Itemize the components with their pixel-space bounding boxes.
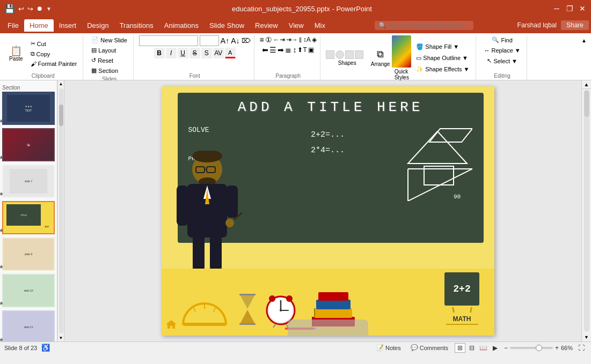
shapes-button[interactable]: Shapes (338, 60, 356, 66)
align-left-button[interactable]: ⬅ (262, 46, 268, 54)
notes-button[interactable]: 📝 Notes (373, 344, 404, 352)
increase-font-button[interactable]: A↑ (221, 36, 229, 45)
panel-scroll-down[interactable]: ▼ (58, 335, 64, 341)
justify-button[interactable]: ≣ (285, 46, 291, 54)
customize-icon[interactable]: ▼ (46, 6, 52, 12)
menu-file[interactable]: File (2, 19, 24, 32)
menu-insert[interactable]: Insert (54, 19, 82, 32)
slide-thumb-6[interactable]: 📚 6 ★ (2, 128, 55, 161)
text-columns-button[interactable]: ⫿ (299, 36, 302, 43)
select-button[interactable]: ↖ Select ▼ (484, 56, 520, 65)
copy-button[interactable]: ⧉ Copy (28, 49, 80, 58)
undo-icon[interactable]: ↩ (18, 5, 24, 13)
comments-button[interactable]: 💬 Comments (407, 344, 451, 352)
strikethrough-button[interactable]: S (189, 48, 200, 58)
align-center-button[interactable]: ☰ (269, 46, 276, 54)
cut-button[interactable]: ✂ Cut (28, 39, 80, 48)
menu-view[interactable]: View (283, 19, 309, 32)
quick-styles-button[interactable]: QuickStyles (395, 69, 409, 80)
view-icons: ⊞ ⊟ 📖 ▶ (455, 343, 501, 353)
font-color-button[interactable]: A (225, 48, 236, 58)
zoom-slider[interactable] (510, 347, 553, 349)
close-button[interactable]: ✕ (578, 4, 587, 13)
zoom-in-button[interactable]: + (555, 344, 559, 352)
slide-thumb-7[interactable]: slide 7 7 ★ (2, 165, 55, 198)
section-button[interactable]: ▦ Section (89, 66, 121, 75)
menu-mix[interactable]: Mix (309, 19, 331, 32)
underline-button[interactable]: U (178, 48, 188, 58)
fit-to-window-button[interactable]: ⛶ (576, 343, 587, 353)
paste-button[interactable]: 📋 Paste (6, 44, 26, 63)
numbered-list-button[interactable]: ① (265, 35, 272, 44)
decrease-indent-button[interactable]: ←⇥ (273, 36, 285, 43)
text-direction-button[interactable]: ↕A (303, 36, 311, 43)
shape-effects-button[interactable]: ✨ Shape Effects ▼ (413, 65, 472, 74)
share-button[interactable]: Share (561, 20, 589, 30)
quick-styles-box (392, 35, 411, 68)
zoom-level[interactable]: 66% (561, 345, 573, 351)
shape-outline-button[interactable]: ▭ Shape Outline ▼ (413, 54, 472, 63)
align-right-button[interactable]: ➡ (278, 46, 284, 54)
slide-panel-scrollbar[interactable]: ▲ ▼ (57, 80, 64, 341)
save-icon[interactable]: 💾 (4, 4, 15, 14)
align-middle-button[interactable]: ▣ (308, 46, 314, 54)
shape-fill-button[interactable]: 🪣 Shape Fill ▼ (413, 42, 472, 51)
slide-thumb-5[interactable]: ■ ■ ■ TEXT 5 ★ (2, 92, 55, 125)
canvas-scroll-down-arrow[interactable]: ▼ (582, 333, 590, 341)
align-top-button[interactable]: ⬆T (297, 46, 307, 54)
svg-marker-50 (166, 320, 177, 329)
new-slide-button[interactable]: 📄 New Slide (89, 35, 130, 44)
zoom-out-button[interactable]: − (504, 344, 508, 352)
panel-scroll-up[interactable]: ▲ (58, 80, 64, 87)
bullets-button[interactable]: ≡ (260, 35, 264, 44)
format-painter-button[interactable]: 🖌 Format Painter (28, 60, 80, 68)
record-icon[interactable]: ⏺ (37, 5, 43, 12)
reset-icon: ↺ (91, 57, 96, 64)
svg-rect-44 (318, 292, 348, 301)
minimize-button[interactable]: ─ (552, 4, 561, 13)
menu-transitions[interactable]: Transitions (114, 19, 159, 32)
panel-scroll-thumb[interactable] (59, 105, 63, 126)
slideshow-button[interactable]: ▶ (490, 343, 501, 353)
shadow-button[interactable]: S (201, 48, 212, 58)
arrange-button[interactable]: Arrange (371, 61, 390, 67)
slide-thumb-8[interactable]: TITLE 2+2 8 ★ (2, 201, 55, 234)
font-family-input[interactable] (139, 35, 198, 46)
menu-home[interactable]: Home (24, 19, 54, 32)
search-input[interactable] (389, 22, 469, 28)
increase-indent-button[interactable]: ⇥→ (286, 36, 298, 43)
accessibility-icon[interactable]: ♿ (41, 344, 50, 352)
slide-thumb-10[interactable]: slide 10 10 ★ (2, 274, 55, 307)
slide-sorter-button[interactable]: ⊟ (466, 343, 477, 353)
decrease-font-button[interactable]: A↓ (231, 36, 239, 45)
clear-format-button[interactable]: ⌦ (242, 37, 251, 44)
convert-to-smartart-button[interactable]: ◈ (312, 36, 317, 43)
ribbon-collapse-button[interactable]: ▲ (580, 36, 588, 44)
find-button[interactable]: 🔍 Find (489, 35, 515, 44)
menu-design[interactable]: Design (82, 19, 114, 32)
menu-animations[interactable]: Animations (159, 19, 204, 32)
layout-button[interactable]: ▤ Layout (89, 46, 119, 55)
font-size-input[interactable] (200, 35, 219, 46)
replace-button[interactable]: ↔ Replace ▼ (481, 46, 523, 55)
redo-icon[interactable]: ↪ (27, 5, 33, 13)
canvas-scroll-up[interactable]: ▲ (581, 80, 591, 89)
menu-review[interactable]: Review (250, 19, 283, 32)
slide-thumb-9[interactable]: slide 9 9 ★ (2, 237, 55, 271)
char-spacing-button[interactable]: AV (213, 48, 224, 58)
restore-button[interactable]: ❐ (565, 4, 574, 13)
svg-line-27 (214, 308, 215, 312)
normal-view-button[interactable]: ⊞ (455, 343, 465, 353)
svg-rect-21 (210, 235, 222, 270)
canvas-scroll-thumb[interactable] (584, 90, 589, 117)
copy-icon: ⧉ (31, 50, 35, 57)
slide-thumb-11[interactable]: slide 11 11 ★ (2, 310, 55, 341)
line-spacing-button[interactable]: ↕ (293, 46, 296, 54)
reset-button[interactable]: ↺ Reset (89, 56, 116, 65)
bold-button[interactable]: B (154, 48, 165, 58)
menu-slideshow[interactable]: Slide Show (204, 19, 250, 32)
math-eq-1: 2+2=... (311, 130, 345, 139)
format-painter-icon: 🖌 (31, 61, 37, 67)
italic-button[interactable]: I (166, 48, 177, 58)
reading-view-button[interactable]: 📖 (478, 343, 489, 353)
